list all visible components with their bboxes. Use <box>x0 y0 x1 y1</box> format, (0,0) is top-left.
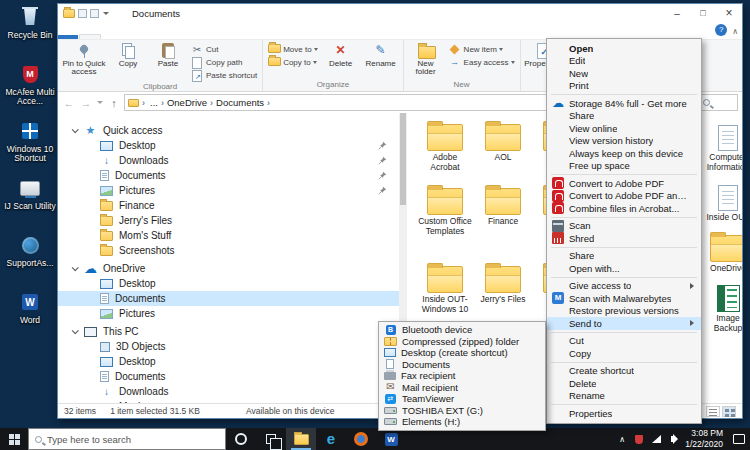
easy-access-button[interactable]: Easy access <box>446 56 518 69</box>
nav-item[interactable]: 3D Objects <box>58 339 399 354</box>
desktop-icon[interactable]: Recycle Bin <box>2 4 58 57</box>
ribbon-tab[interactable] <box>58 35 78 39</box>
forward-button[interactable] <box>79 96 93 110</box>
copy-button[interactable]: Copy <box>108 41 148 82</box>
breadcrumb-item[interactable]: ... <box>148 97 160 108</box>
send-to-menu-item[interactable]: Fax recipient <box>379 370 545 382</box>
action-center-icon[interactable] <box>733 434 745 444</box>
file-item[interactable]: Computer Information <box>701 121 742 172</box>
desktop-icon[interactable]: McAfee Multi Acce... <box>2 61 58 114</box>
send-to-menu-item[interactable]: Compressed (zipped) folder <box>379 336 545 348</box>
nav-item[interactable]: Desktop <box>58 138 399 153</box>
minimize-button[interactable] <box>664 4 690 22</box>
context-menu-item[interactable]: View version history <box>547 135 701 148</box>
paste-button[interactable]: Paste <box>148 41 188 82</box>
search-box[interactable] <box>698 94 738 111</box>
nav-item[interactable]: Downloads <box>58 153 399 168</box>
large-icons-view-button[interactable] <box>722 406 736 417</box>
desktop-icon[interactable]: Word <box>2 289 58 342</box>
nav-item[interactable]: Desktop <box>58 354 399 369</box>
context-menu-item[interactable]: Restore previous versions <box>547 305 701 318</box>
breadcrumb-item[interactable]: OneDrive <box>165 97 209 108</box>
new-item-button[interactable]: New item <box>446 43 518 56</box>
hidden-icons-caret[interactable] <box>617 433 627 445</box>
desktop-icon[interactable]: SupportAs... <box>2 232 58 285</box>
collapse-ribbon-icon[interactable] <box>732 25 738 36</box>
ribbon-tab[interactable] <box>121 35 141 39</box>
context-menu-item[interactable]: Copy <box>547 347 701 360</box>
file-item[interactable]: Adobe Acrobat <box>418 121 472 183</box>
nav-item[interactable]: Pictures <box>58 306 399 321</box>
context-menu-item[interactable]: Delete <box>547 377 701 390</box>
send-to-menu-item[interactable]: TOSHIBA EXT (G:) <box>379 405 545 417</box>
send-to-menu-item[interactable]: TeamViewer <box>379 393 545 405</box>
nav-item[interactable]: Mom's Stuff <box>58 228 399 243</box>
quick-access-toolbar-icon[interactable] <box>78 9 87 18</box>
nav-item[interactable]: Jerry's Files <box>58 213 399 228</box>
start-button[interactable] <box>0 428 28 450</box>
file-item[interactable]: Inside OUT <box>701 181 742 223</box>
file-item[interactable]: Custom Office Templates <box>418 185 472 261</box>
rename-button[interactable]: Rename <box>361 41 401 80</box>
back-button[interactable] <box>62 96 76 110</box>
edge-button[interactable] <box>316 428 346 450</box>
desktop-icon[interactable]: Windows 10 Shortcut <box>2 118 58 171</box>
desktop-icon[interactable]: IJ Scan Utility <box>2 175 58 228</box>
context-menu-item[interactable]: Open <box>547 42 701 55</box>
file-item[interactable]: OneDrive <box>701 232 742 274</box>
nav-item[interactable]: Documents <box>58 291 399 306</box>
context-menu-item[interactable]: Convert to Adobe PDF <box>547 177 701 190</box>
quick-access-toolbar-icon[interactable] <box>90 9 99 18</box>
send-to-menu-item[interactable]: Desktop (create shortcut) <box>379 347 545 359</box>
firefox-button[interactable] <box>346 428 376 450</box>
nav-item[interactable]: Documents <box>58 168 399 183</box>
cortana-button[interactable] <box>226 428 256 450</box>
recent-locations-caret-icon[interactable] <box>96 96 104 110</box>
network-tray-icon[interactable] <box>651 433 661 445</box>
ribbon-tab[interactable] <box>79 34 101 39</box>
expander-icon[interactable] <box>72 327 79 334</box>
file-item[interactable]: Finance <box>476 185 530 261</box>
antivirus-tray-icon[interactable] <box>634 433 644 445</box>
copy-path-button[interactable]: Copy path <box>188 56 260 69</box>
context-menu-item[interactable]: New <box>547 67 701 80</box>
nav-item[interactable]: Finance <box>58 198 399 213</box>
context-menu-item[interactable]: Properties <box>547 407 701 420</box>
context-menu-item[interactable]: Create shortcut <box>547 365 701 378</box>
paste-shortcut-button[interactable]: Paste shortcut <box>188 69 260 82</box>
titlebar[interactable]: Documents <box>58 4 742 22</box>
context-menu-item[interactable]: Scan <box>547 220 701 233</box>
send-to-menu-item[interactable]: Mail recipient <box>379 382 545 394</box>
context-menu-item[interactable]: Scan with Malwarebytes <box>547 292 701 305</box>
expander-icon[interactable] <box>72 126 79 133</box>
volume-tray-icon[interactable] <box>668 433 678 445</box>
context-menu-item[interactable]: Shred <box>547 232 701 245</box>
customize-toolbar-caret-icon[interactable] <box>103 12 109 15</box>
context-menu-item[interactable]: Cut <box>547 335 701 348</box>
help-icon[interactable] <box>715 24 727 36</box>
context-menu-item[interactable]: Combine files in Acrobat... <box>547 202 701 215</box>
nav-item[interactable]: Pictures <box>58 183 399 198</box>
pin-to-quick-access-button[interactable]: Pin to Quick access <box>60 41 108 82</box>
cut-button[interactable]: Cut <box>188 43 260 56</box>
context-menu-item[interactable]: Send to <box>547 317 701 330</box>
context-menu-item[interactable]: Rename <box>547 390 701 403</box>
context-menu-item[interactable]: Free up space <box>547 160 701 173</box>
breadcrumb-item[interactable]: Documents <box>214 97 266 108</box>
ribbon-tab[interactable] <box>101 35 121 39</box>
send-to-menu-item[interactable]: Elements (H:) <box>379 416 545 428</box>
nav-item[interactable]: Documents <box>58 369 399 384</box>
delete-button[interactable]: Delete <box>321 41 361 80</box>
nav-item[interactable]: Desktop <box>58 276 399 291</box>
taskbar-search[interactable]: Type here to search <box>28 428 226 450</box>
context-menu-item[interactable]: Open with... <box>547 262 701 275</box>
context-menu-item[interactable]: Share <box>547 110 701 123</box>
task-view-button[interactable] <box>256 428 286 450</box>
nav-item[interactable]: OneDrive <box>58 261 399 276</box>
context-menu-item[interactable]: Share <box>547 250 701 263</box>
nav-item[interactable]: Downloads <box>58 384 399 399</box>
nav-item[interactable]: This PC <box>58 324 399 339</box>
file-item[interactable]: Image Backup <box>701 282 742 333</box>
copy-to-button[interactable]: Copy to <box>265 56 320 69</box>
details-view-button[interactable] <box>706 406 720 417</box>
